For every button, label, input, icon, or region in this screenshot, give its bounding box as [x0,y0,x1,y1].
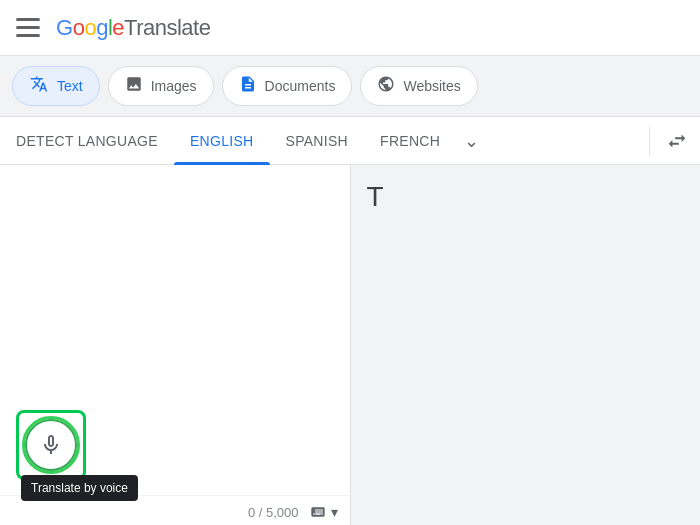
image-icon [125,75,143,97]
translate-by-voice-button[interactable] [25,419,77,471]
voice-highlight-box: Translate by voice [16,410,86,480]
source-panel: Translate by voice 0 / 5,000 ▾ [0,165,351,525]
tab-text-label: Text [57,78,83,94]
char-count: 0 / 5,000 [248,505,299,520]
tab-documents-label: Documents [265,78,336,94]
main-area: Translate by voice 0 / 5,000 ▾ T [0,165,700,525]
document-icon [239,75,257,97]
voice-button-area: Translate by voice [16,410,86,480]
keyboard-icon [307,504,329,520]
mode-tab-bar: Text Images Documents Websites [0,56,700,117]
logo-google-text: Google [56,15,124,41]
language-bar: DETECT LANGUAGE ENGLISH SPANISH FRENCH ⌄ [0,117,700,165]
tab-documents[interactable]: Documents [222,66,353,106]
lang-more-dropdown[interactable]: ⌄ [456,130,487,152]
lang-french[interactable]: FRENCH [364,117,456,165]
mic-icon [39,433,63,457]
target-panel: T [351,165,701,525]
app-header: Google Translate [0,0,700,56]
tab-websites-label: Websites [403,78,460,94]
translated-text: T [351,165,701,229]
tab-text[interactable]: Text [12,66,100,106]
swap-languages-button[interactable] [654,130,700,152]
lang-english[interactable]: ENGLISH [174,117,270,165]
app-logo: Google Translate [56,15,210,41]
keyboard-button[interactable]: ▾ [307,504,338,520]
globe-icon [377,75,395,97]
chevron-down-icon: ⌄ [464,130,479,152]
lang-divider [649,127,650,155]
translate-icon [29,75,49,97]
keyboard-dropdown-icon: ▾ [331,504,338,520]
menu-icon[interactable] [16,16,40,40]
voice-btn-wrapper: Translate by voice [25,419,77,471]
tab-images-label: Images [151,78,197,94]
lang-detect[interactable]: DETECT LANGUAGE [0,117,174,165]
tab-websites[interactable]: Websites [360,66,477,106]
lang-spanish[interactable]: SPANISH [270,117,365,165]
tab-images[interactable]: Images [108,66,214,106]
voice-tooltip: Translate by voice [21,475,138,501]
logo-translate-text: Translate [124,15,210,41]
